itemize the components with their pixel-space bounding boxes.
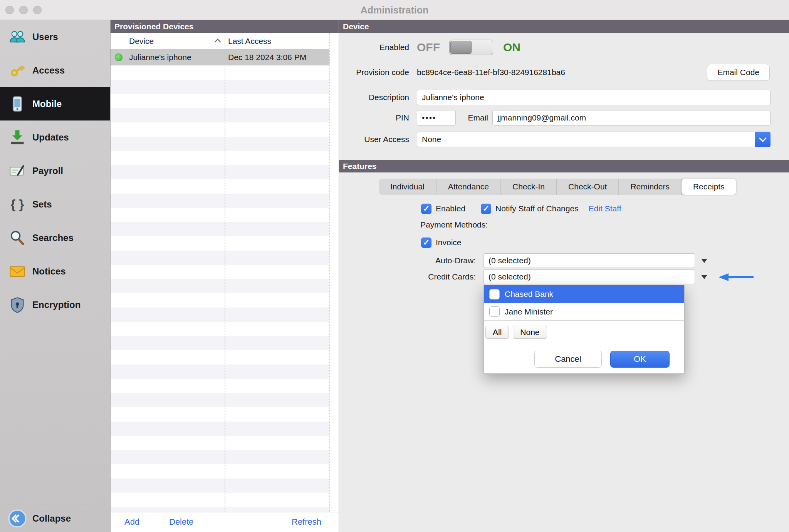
devices-panel-title: Provisioned Devices	[114, 22, 193, 31]
user-access-label: User Access	[339, 135, 409, 144]
sidebar-item-notices[interactable]: Notices	[0, 254, 110, 288]
column-header-device[interactable]: Device	[129, 33, 154, 49]
tab-attendance[interactable]: Attendance	[436, 179, 501, 195]
provision-code-value: bc89c4ce-6ea8-11ef-bf30-824916281ba6	[417, 68, 565, 77]
device-name-cell: Julianne's iphone	[129, 49, 191, 65]
payment-methods-label: Payment Methods:	[420, 216, 488, 233]
invoice-checkbox-label: Invoice	[436, 238, 462, 247]
select-all-button[interactable]: All	[485, 326, 509, 339]
auto-draw-dropdown[interactable]: (0 selected)	[483, 253, 695, 268]
option-label: Jane Minister	[505, 307, 553, 316]
column-header-last-access[interactable]: Last Access	[228, 33, 271, 49]
add-device-button[interactable]: Add	[124, 512, 139, 532]
features-panel-header: Features	[339, 160, 789, 172]
auto-draw-row: Auto-Draw: (0 selected)	[339, 252, 707, 269]
description-value: Julianne's iphone	[422, 93, 484, 102]
email-input[interactable]: jjmanning09@gmail.com	[492, 110, 771, 125]
toggle-on-label: ON	[503, 41, 520, 54]
sidebar-item-label: Updates	[32, 132, 69, 143]
device-panel-title: Device	[343, 22, 369, 31]
invoice-checkbox[interactable]	[421, 238, 431, 248]
pin-email-row: PIN •••• Email jjmanning09@gmail.com	[339, 109, 789, 126]
auto-draw-dropdown-caret[interactable]	[701, 259, 707, 263]
edit-staff-link[interactable]: Edit Staff	[589, 204, 621, 213]
sidebar-item-access[interactable]: Access	[0, 54, 110, 87]
option-checkbox[interactable]	[489, 306, 500, 317]
enabled-checkbox-label: Enabled	[436, 204, 465, 213]
enabled-label: Enabled	[339, 43, 409, 52]
device-detail-panel: Device Enabled OFF ON Provision code bc8…	[339, 20, 789, 532]
popup-footer: Cancel OK	[484, 339, 684, 373]
mail-icon	[6, 263, 29, 280]
description-row: Description Julianne's iphone	[339, 89, 789, 106]
cancel-button[interactable]: Cancel	[534, 351, 602, 368]
credit-cards-value: (0 selected)	[489, 272, 531, 281]
payroll-icon	[6, 162, 29, 179]
user-access-dropdown-button[interactable]	[755, 132, 771, 147]
annotation-arrow	[718, 272, 755, 284]
user-access-dropdown[interactable]: None	[417, 132, 771, 147]
tab-reminders[interactable]: Reminders	[619, 179, 682, 195]
option-checkbox[interactable]	[489, 289, 500, 299]
credit-cards-dropdown-caret[interactable]	[701, 275, 707, 279]
provision-code-row: Provision code bc89c4ce-6ea8-11ef-bf30-8…	[339, 64, 789, 81]
credit-card-option[interactable]: Jane Minister	[484, 303, 684, 321]
tab-receipts[interactable]: Receipts	[682, 179, 736, 195]
sidebar-item-payroll[interactable]: Payroll	[0, 154, 110, 187]
online-status-icon	[115, 54, 123, 61]
sidebar-item-label: Users	[32, 32, 58, 42]
features-panel-title: Features	[343, 162, 377, 171]
tab-check-in[interactable]: Check-In	[501, 179, 557, 195]
invoice-row: Invoice	[421, 234, 462, 251]
enabled-row: Enabled OFF ON	[339, 39, 789, 56]
device-list-empty-area	[111, 65, 329, 512]
sidebar-item-sets[interactable]: { } Sets	[0, 187, 110, 221]
email-code-button[interactable]: Email Code	[707, 64, 770, 81]
mobile-icon	[6, 95, 29, 112]
auto-draw-label: Auto-Draw:	[339, 256, 476, 265]
option-label: Chased Bank	[505, 289, 553, 299]
pin-input[interactable]: ••••	[417, 110, 456, 125]
sidebar-item-updates[interactable]: Updates	[0, 120, 110, 154]
column-label-last-access: Last Access	[228, 37, 271, 45]
credit-cards-row: Credit Cards: (0 selected)	[339, 268, 707, 285]
scrollbar-track[interactable]	[329, 33, 339, 512]
collapse-icon	[6, 509, 29, 528]
credit-cards-dropdown[interactable]: (0 selected)	[483, 269, 695, 284]
credit-cards-popup: Chased Bank Jane Minister All None Cance…	[483, 285, 685, 374]
sidebar-item-label: Mobile	[32, 99, 62, 109]
select-none-button[interactable]: None	[513, 326, 547, 339]
sidebar-item-encryption[interactable]: Encryption	[0, 288, 110, 321]
notify-staff-checkbox[interactable]	[481, 204, 491, 214]
provision-code-label: Provision code	[339, 68, 409, 77]
devices-panel-header: Provisioned Devices	[111, 20, 339, 33]
user-access-value: None	[422, 135, 441, 144]
tab-check-out[interactable]: Check-Out	[557, 179, 619, 195]
enabled-toggle[interactable]	[449, 40, 493, 55]
tab-individual[interactable]: Individual	[379, 179, 436, 195]
header-column-separator	[225, 35, 225, 47]
sort-ascending-icon	[215, 39, 221, 45]
refresh-devices-button[interactable]: Refresh	[292, 512, 321, 532]
sidebar-item-users[interactable]: Users	[0, 20, 110, 54]
search-icon	[6, 229, 29, 246]
ok-button[interactable]: OK	[610, 351, 670, 368]
sidebar-item-mobile[interactable]: Mobile	[0, 87, 110, 120]
pin-label: PIN	[339, 113, 409, 122]
receipts-checkbox-row: Enabled Notify Staff of Changes Edit Sta…	[421, 200, 621, 217]
credit-card-option[interactable]: Chased Bank	[484, 285, 684, 303]
auto-draw-value: (0 selected)	[489, 256, 531, 265]
credit-cards-label: Credit Cards:	[339, 272, 476, 281]
column-label-device: Device	[129, 37, 154, 45]
description-input[interactable]: Julianne's iphone	[417, 90, 771, 105]
user-access-row: User Access None	[339, 131, 789, 148]
sidebar-item-searches[interactable]: Searches	[0, 221, 110, 254]
window-title: Administration	[0, 0, 789, 20]
table-row[interactable]: Julianne's iphone Dec 18 2024 3:06 PM	[111, 49, 329, 65]
enabled-checkbox[interactable]	[421, 204, 431, 214]
toggle-knob[interactable]	[450, 41, 472, 54]
delete-device-button[interactable]: Delete	[169, 512, 194, 532]
collapse-sidebar-button[interactable]: Collapse	[0, 505, 110, 532]
provisioned-devices-panel: Provisioned Devices Device Last Access J…	[111, 20, 339, 532]
notify-staff-checkbox-label: Notify Staff of Changes	[495, 204, 579, 213]
